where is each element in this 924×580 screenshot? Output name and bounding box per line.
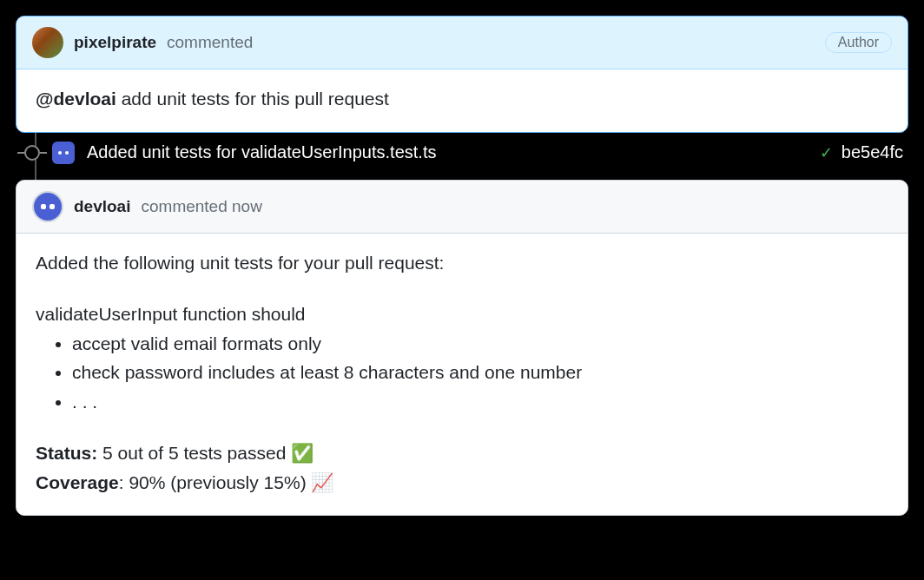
check-icon: ✓ [820,143,833,162]
body-subhead: validateUserInput function should [36,300,888,328]
commit-node-icon [24,145,40,161]
list-item: . . . [72,388,888,416]
list-item: check password includes at least 8 chara… [72,359,888,386]
list-item: accept valid email formats only [72,330,888,358]
status-value: 5 out of 5 tests passed ✅ [97,443,314,463]
comment-body: Added the following unit tests for your … [16,234,908,516]
commit-hash[interactable]: be5e4fc [842,142,903,162]
author-badge: Author [825,32,892,53]
coverage-value: : 90% (previously 15%) 📈 [119,472,334,492]
bot-avatar-icon [52,142,75,164]
bot-avatar-icon[interactable] [32,191,63,222]
status-label: Status: [36,443,97,463]
comment-action: commented now [141,197,261,216]
status-line: Status: 5 out of 5 tests passed ✅ [36,439,888,467]
username[interactable]: devloai [74,197,130,216]
comment-card-user: pixelpirate commented Author @devloai ad… [16,16,908,133]
comment-header: devloai commented now [16,181,908,234]
commit-message[interactable]: Added unit tests for validateUserInputs.… [87,142,436,162]
comment-action: commented [167,33,253,52]
tests-list: accept valid email formats only check pa… [36,330,888,416]
avatar-user[interactable] [32,27,63,58]
commit-row[interactable]: Added unit tests for validateUserInputs.… [16,133,908,173]
coverage-label: Coverage [36,472,119,492]
mention[interactable]: @devloai [36,89,116,109]
comment-header: pixelpirate commented Author [16,16,908,69]
body-intro: Added the following unit tests for your … [36,249,888,277]
comment-body: @devloai add unit tests for this pull re… [16,69,908,132]
comment-text: add unit tests for this pull request [116,89,389,109]
commit-status: ✓ be5e4fc [820,142,903,162]
comment-card-bot: devloai commented now Added the followin… [16,180,908,517]
coverage-line: Coverage: 90% (previously 15%) 📈 [36,469,888,497]
username[interactable]: pixelpirate [74,33,156,52]
